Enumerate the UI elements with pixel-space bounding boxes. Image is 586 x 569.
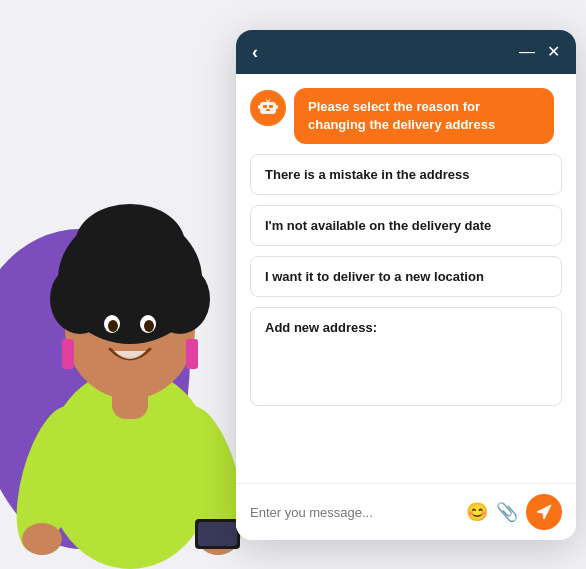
bot-avatar: [250, 90, 286, 126]
bot-icon: [257, 95, 279, 122]
svg-point-9: [108, 320, 118, 332]
person-image: [0, 49, 260, 569]
svg-rect-26: [276, 105, 278, 109]
option-button-1[interactable]: There is a mistake in the address: [250, 154, 562, 195]
chat-body: Please select the reason for changing th…: [236, 74, 576, 483]
header-right: — ✕: [519, 44, 560, 60]
option-button-3[interactable]: I want it to deliver to a new location: [250, 256, 562, 297]
chat-footer: 😊 📎: [236, 483, 576, 540]
send-button[interactable]: [526, 494, 562, 530]
add-address-option: Add new address:: [250, 307, 562, 406]
close-button[interactable]: ✕: [547, 44, 560, 60]
svg-point-15: [22, 523, 62, 555]
chat-window: ‹ — ✕: [236, 30, 576, 540]
svg-point-24: [267, 97, 270, 100]
header-left: ‹: [252, 43, 258, 61]
svg-point-6: [75, 204, 185, 284]
back-button[interactable]: ‹: [252, 43, 258, 61]
send-icon: [535, 503, 553, 521]
svg-rect-12: [186, 339, 198, 369]
bot-message-row: Please select the reason for changing th…: [250, 88, 562, 144]
add-address-label: Add new address:: [265, 320, 547, 335]
svg-point-10: [144, 320, 154, 332]
minimize-button[interactable]: —: [519, 44, 535, 60]
svg-rect-25: [258, 105, 260, 109]
svg-rect-22: [266, 109, 270, 111]
attach-icon[interactable]: 📎: [496, 501, 518, 523]
bot-bubble: Please select the reason for changing th…: [294, 88, 554, 144]
emoji-icon[interactable]: 😊: [466, 501, 488, 523]
chat-header: ‹ — ✕: [236, 30, 576, 74]
svg-rect-11: [62, 339, 74, 369]
svg-rect-20: [263, 105, 267, 108]
svg-rect-19: [260, 102, 276, 114]
footer-icons: 😊 📎: [466, 501, 518, 523]
add-address-input[interactable]: [265, 343, 547, 393]
message-input[interactable]: [250, 505, 458, 520]
option-button-2[interactable]: I'm not available on the delivery date: [250, 205, 562, 246]
svg-rect-21: [269, 105, 273, 108]
svg-rect-18: [198, 522, 237, 546]
